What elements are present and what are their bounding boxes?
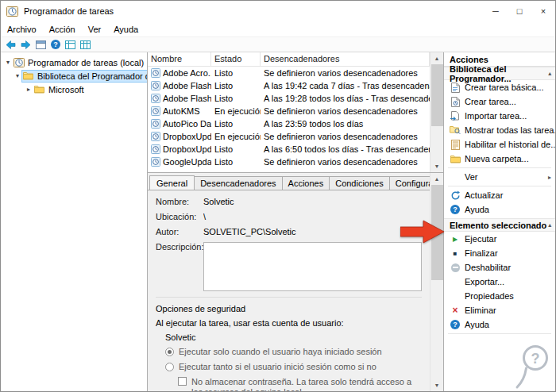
end-icon: ■ — [450, 250, 461, 257]
expander-icon[interactable]: ▾ — [3, 59, 13, 66]
expander-icon[interactable]: ▸ — [24, 86, 33, 93]
task-icon — [151, 81, 160, 90]
expander-icon[interactable]: ▾ — [13, 72, 22, 79]
refresh-icon — [450, 190, 461, 201]
table-row[interactable]: GoogleUpda... Listo Se definieron varios… — [148, 156, 430, 168]
column-header-estado[interactable]: Estado — [211, 52, 261, 66]
task-name: DropboxUpd... — [163, 132, 211, 141]
action-label: Mostrar todas las tarea... — [465, 125, 555, 135]
help-icon: ? — [450, 205, 461, 214]
collapse-icon[interactable]: ▴ — [548, 222, 551, 229]
action-ayuda-biblioteca[interactable]: ? Ayuda — [444, 202, 555, 217]
checkbox-do-not-store-password[interactable]: No almacenar contraseña. La tarea solo t… — [156, 377, 422, 391]
tree-item-microsoft[interactable]: ▸ Microsoft — [1, 83, 147, 96]
help-toolbar-icon[interactable]: ? — [51, 40, 60, 49]
column-header-nombre[interactable]: Nombre — [148, 52, 211, 66]
task-name: AutoPico Da... — [163, 119, 211, 129]
list-view-icon[interactable] — [65, 40, 75, 49]
action-crear-tarea[interactable]: Crear tarea... — [444, 94, 555, 109]
tab-condiciones[interactable]: Condiciones — [329, 176, 390, 190]
task-status: En ejecución — [211, 132, 261, 141]
actions-panel: Acciones Biblioteca del Programador... ▴… — [444, 52, 555, 391]
scrollbar-thumb[interactable] — [431, 64, 443, 126]
table-row[interactable]: AutoKMS En ejecución Se definieron vario… — [148, 105, 430, 117]
close-button[interactable]: × — [531, 1, 555, 21]
list-header: Nombre Estado Desencadenadores — [148, 52, 430, 67]
forward-arrow-icon[interactable] — [21, 40, 31, 49]
action-label: Nueva carpeta... — [465, 154, 529, 163]
table-row[interactable]: Adobe Acro... Listo Se definieron varios… — [148, 67, 430, 79]
action-finalizar[interactable]: ■ Finalizar — [444, 246, 555, 260]
action-exportar[interactable]: Exportar... — [444, 275, 555, 289]
name-value: Solvetic — [203, 197, 422, 206]
location-value: \ — [203, 212, 422, 221]
action-ayuda-elemento[interactable]: ? Ayuda — [444, 317, 555, 332]
action-crear-tarea-basica[interactable]: Crear tarea básica... — [444, 80, 555, 94]
action-eliminar[interactable]: × Eliminar — [444, 303, 555, 317]
tab-desencadenadores[interactable]: Desencadenadores — [194, 176, 282, 190]
radio-run-whether-logged-or-not[interactable]: Ejecutar tanto si el usuario inició sesi… — [156, 362, 422, 371]
maximize-button[interactable]: □ — [508, 1, 531, 21]
tree-item-label: Microsoft — [48, 85, 84, 94]
section-header-library[interactable]: Biblioteca del Programador... ▴ — [444, 67, 555, 80]
table-row[interactable]: AutoPico Da... Listo A las 23:59 todos l… — [148, 117, 430, 130]
action-label: Ayuda — [465, 320, 489, 329]
radio-icon[interactable] — [165, 363, 174, 371]
menu-archivo[interactable]: Archivo — [1, 25, 43, 34]
table-row[interactable]: DropboxUpd... Listo A las 6:50 todos los… — [148, 143, 430, 156]
author-label: Autor: — [156, 227, 203, 236]
task-list-scrollbar[interactable]: ▲ ▼ — [430, 52, 443, 172]
action-habilitar-historial[interactable]: Habilitar el historial de... — [444, 137, 555, 152]
section-divider — [156, 297, 422, 298]
description-box[interactable] — [203, 242, 422, 291]
table-row[interactable]: DropboxUpd... En ejecución Se definieron… — [148, 130, 430, 143]
name-label: Nombre: — [156, 197, 203, 206]
account-value: Solvetic — [156, 332, 422, 342]
action-ver[interactable]: Ver ▸ — [444, 170, 555, 184]
scroll-down-icon[interactable]: ▼ — [431, 160, 444, 172]
minimize-button[interactable]: ─ — [484, 1, 508, 21]
run-icon: ▶ — [450, 236, 461, 243]
action-importar-tarea[interactable]: Importar tarea... — [444, 109, 555, 123]
detail-tabs: General Desencadenadores Acciones Condic… — [148, 173, 430, 190]
menu-ver[interactable]: Ver — [82, 25, 108, 34]
action-label: Ejecutar — [465, 234, 496, 244]
tab-configuracion[interactable]: Configuración — [389, 176, 430, 190]
action-mostrar-todas[interactable]: Mostrar todas las tarea... — [444, 123, 555, 137]
section-header-selected-item[interactable]: Elemento seleccionado ▴ — [444, 218, 555, 232]
history-log-icon — [450, 140, 461, 150]
checkbox-icon[interactable] — [178, 377, 187, 386]
import-task-icon — [450, 111, 461, 121]
table-row[interactable]: Adobe Flash... Listo A las 19:28 todos l… — [148, 92, 430, 105]
action-divider — [448, 333, 551, 334]
scroll-up-icon[interactable]: ▲ — [431, 52, 444, 64]
radio-run-logged-on[interactable]: Ejecutar solo cuando el usuario haya ini… — [156, 347, 422, 356]
tree-item-library[interactable]: ▾ Biblioteca del Programador de tareas — [1, 69, 147, 83]
action-label: Actualizar — [465, 190, 503, 200]
tree-item-root[interactable]: ▾ Programador de tareas (local) — [1, 56, 147, 69]
action-ejecutar[interactable]: ▶ Ejecutar — [444, 232, 555, 246]
task-name: Adobe Flash... — [163, 94, 211, 103]
menu-accion[interactable]: Acción — [43, 25, 82, 34]
tab-acciones[interactable]: Acciones — [282, 176, 330, 190]
console-window-icon[interactable] — [36, 40, 46, 49]
scroll-down-icon[interactable]: ▼ — [431, 379, 444, 391]
back-arrow-icon[interactable] — [6, 40, 16, 49]
action-nueva-carpeta[interactable]: Nueva carpeta... — [444, 152, 555, 166]
action-deshabilitar[interactable]: Deshabilitar — [444, 260, 555, 275]
table-row[interactable]: Adobe Flash... Listo A las 19:42 cada 7 … — [148, 79, 430, 92]
collapse-icon[interactable]: ▴ — [548, 71, 551, 77]
column-header-desencadenadores[interactable]: Desencadenadores — [261, 52, 430, 66]
action-propiedades[interactable]: Propiedades — [444, 289, 555, 303]
menu-ayuda[interactable]: Ayuda — [107, 25, 145, 34]
detail-view-icon[interactable] — [80, 40, 91, 49]
task-trigger: A las 23:59 todos los días — [261, 119, 430, 129]
action-actualizar[interactable]: Actualizar — [444, 188, 555, 202]
task-trigger: A las 6:50 todos los días - Tras desenca… — [261, 144, 430, 154]
scroll-up-icon[interactable]: ▲ — [431, 173, 444, 185]
detail-scrollbar[interactable]: ▲ ▼ — [430, 173, 443, 391]
section-title: Elemento seleccionado — [450, 221, 546, 230]
action-divider — [448, 186, 551, 186]
radio-icon[interactable] — [165, 348, 174, 356]
tab-general[interactable]: General — [149, 175, 195, 190]
